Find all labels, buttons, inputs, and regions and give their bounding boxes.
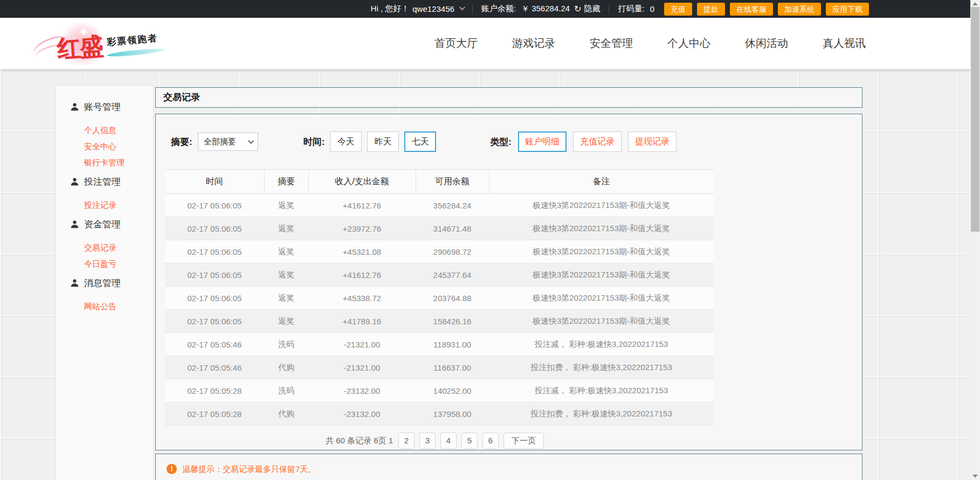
page-button[interactable]: 6 (482, 433, 499, 449)
time-option-button[interactable]: 七天 (404, 131, 436, 152)
scrollbar[interactable] (970, 0, 980, 480)
nav-item[interactable]: 安全管理 (590, 36, 633, 51)
table-cell: 02-17 05:05:46 (165, 356, 264, 379)
table-cell: 203764.88 (416, 287, 489, 310)
table-cell: 02-17 05:06:05 (165, 217, 264, 240)
sidebar: 账号管理个人信息安全中心银行卡管理投注管理投注记录资金管理交易记录今日盈亏消息管… (56, 85, 154, 480)
table-cell: 洗码 (264, 333, 308, 356)
table-cell: 极速快3第20220217153期-和值大返奖 (489, 263, 714, 287)
table-cell: 返奖 (264, 287, 308, 310)
scrollbar-thumb[interactable] (971, 7, 979, 232)
summary-filter-label: 摘要: (171, 136, 192, 148)
table-cell: 314671.48 (416, 217, 489, 240)
table-cell: 245377.64 (416, 263, 489, 287)
table-cell: 返奖 (264, 194, 308, 217)
table-cell: 极速快3第20220217153期-和值大返奖 (489, 240, 714, 263)
table-row: 02-17 05:06:05返奖+23972.76314671.48极速快3第2… (165, 217, 714, 240)
nav-item[interactable]: 首页大厅 (434, 36, 478, 51)
table-header-cell: 时间 (165, 170, 264, 194)
logo-tagline: 彩票领跑者 (106, 32, 158, 48)
sidebar-link[interactable]: 安全中心 (56, 138, 153, 155)
logo-underline-decoration (107, 47, 166, 58)
sidebar-link[interactable]: 今日盈亏 (56, 256, 153, 272)
sidebar-group-header[interactable]: 资金管理 (56, 215, 153, 233)
table-cell: 极速快3第20220217153期-和值大返奖 (489, 194, 714, 217)
nav-item[interactable]: 真人视讯 (823, 36, 866, 51)
nav-item[interactable]: 游戏记录 (512, 36, 555, 51)
table-cell: 洗码 (264, 379, 308, 402)
table-row: 02-17 05:06:05返奖+45321.08290698.72极速快3第2… (165, 240, 714, 263)
table-cell: -21321.00 (308, 356, 416, 379)
table-cell: 02-17 05:06:05 (165, 240, 264, 263)
logo-text: 红盛 (56, 30, 103, 65)
table-cell: 02-17 05:06:05 (165, 287, 264, 310)
type-option-button[interactable]: 账户明细 (518, 131, 567, 152)
table-row: 02-17 05:06:05返奖+41612.76356284.24极速快3第2… (165, 194, 714, 217)
table-cell: 02-17 05:06:05 (165, 310, 264, 333)
table-cell: 代购 (264, 402, 308, 426)
person-icon (70, 220, 84, 229)
balance-label: 账户余额: (481, 4, 516, 14)
page-title: 交易记录 (155, 87, 862, 108)
filter-row: 摘要: 全部摘要 时间: 今天昨天七天 类型: 账户明细充值记录提现记录 (156, 131, 862, 152)
table-row: 02-17 05:06:05返奖+41612.76245377.64极速快3第2… (165, 263, 714, 287)
topbar-button[interactable]: 在线客服 (730, 3, 773, 16)
sidebar-group: 资金管理交易记录今日盈亏 (56, 215, 153, 272)
dama-label: 打码量: (618, 4, 644, 14)
scroll-up-arrow-icon[interactable] (972, 2, 978, 5)
sidebar-group: 消息管理网站公告 (56, 274, 153, 315)
table-cell: 投注减， 彩种:极速快3,20220217153 (489, 379, 714, 402)
topbar-button[interactable]: 充值 (664, 3, 692, 16)
sidebar-group-header[interactable]: 投注管理 (56, 173, 153, 190)
sidebar-link[interactable]: 交易记录 (56, 240, 153, 256)
time-option-button[interactable]: 今天 (330, 131, 362, 152)
page-button[interactable]: 3 (419, 433, 436, 449)
table-header-cell: 备注 (489, 170, 714, 194)
sidebar-link[interactable]: 银行卡管理 (56, 155, 153, 171)
summary-select[interactable]: 全部摘要 (198, 133, 258, 151)
sidebar-link[interactable]: 投注记录 (56, 197, 153, 213)
balance-value: ￥ 356284.24 (521, 4, 570, 14)
person-icon (70, 279, 84, 288)
page-button[interactable]: 5 (461, 433, 478, 449)
topbar-buttons: 充值提款在线客服加速系统应用下载 (664, 3, 869, 16)
table-cell: 118931.00 (416, 333, 489, 356)
topbar-button[interactable]: 提款 (697, 3, 725, 16)
time-option-button[interactable]: 昨天 (367, 131, 399, 152)
person-icon (70, 177, 84, 186)
sidebar-group-header[interactable]: 消息管理 (56, 274, 153, 291)
next-page-button[interactable]: 下一页 (503, 433, 544, 449)
table-cell: 02-17 05:05:28 (165, 402, 264, 426)
topbar-button[interactable]: 加速系统 (778, 3, 821, 16)
table-cell: 356284.24 (416, 194, 489, 217)
warning-icon: ! (167, 464, 177, 474)
table-cell: 返奖 (264, 240, 308, 263)
nav-item[interactable]: 休闲活动 (745, 36, 788, 51)
table-cell: +41612.76 (308, 194, 416, 217)
page-button[interactable]: 2 (398, 433, 415, 449)
refresh-icon[interactable]: ↻ (574, 4, 581, 14)
type-option-button[interactable]: 充值记录 (573, 131, 622, 152)
table-cell: +41789.16 (308, 310, 416, 333)
sidebar-link[interactable]: 个人信息 (56, 122, 153, 138)
records-table: 时间摘要收入/支出金额可用余额备注 02-17 05:06:05返奖+41612… (165, 169, 714, 426)
page-button[interactable]: 4 (440, 433, 457, 449)
site-logo[interactable]: ✦ 红盛 彩票领跑者 (31, 22, 161, 65)
sidebar-group-header[interactable]: 账号管理 (56, 98, 153, 115)
type-option-button[interactable]: 提现记录 (628, 131, 677, 152)
sidebar-group: 账号管理个人信息安全中心银行卡管理 (56, 98, 153, 171)
table-cell: -21321.00 (308, 333, 416, 356)
hide-balance-link[interactable]: 隐藏 (584, 4, 600, 14)
table-row: 02-17 05:05:46代购-21321.00116637.00投注扣费， … (165, 356, 714, 379)
table-cell: 290698.72 (416, 240, 489, 263)
nav-item[interactable]: 个人中心 (667, 36, 710, 51)
table-cell: -23132.00 (308, 402, 416, 426)
scroll-down-arrow-icon[interactable] (972, 475, 978, 478)
time-filter-label: 时间: (303, 136, 325, 148)
topbar-button[interactable]: 应用下载 (826, 3, 869, 16)
notice-panel: ! 温馨提示：交易记录最多只保留7天。 (155, 454, 862, 480)
main-nav: 首页大厅游戏记录安全管理个人中心休闲活动真人视讯 (434, 18, 866, 69)
sidebar-link[interactable]: 网站公告 (56, 298, 153, 315)
user-menu[interactable]: Hi , 您好！ qwe123456 (371, 4, 464, 14)
table-header-cell: 收入/支出金额 (308, 170, 416, 194)
